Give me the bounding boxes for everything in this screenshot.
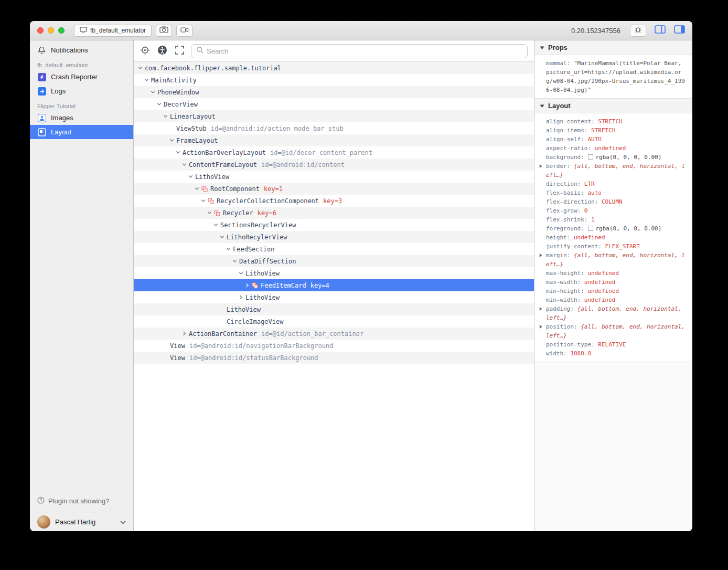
prop-row-position[interactable]: position: {all, bottom, end, horizontal,… [534, 322, 692, 340]
prop-row-min-height[interactable]: min-height: undefined [534, 287, 692, 295]
tree-row[interactable]: LithoView [134, 171, 534, 183]
prop-row-aspect-ratio[interactable]: aspect-ratio: undefined [534, 144, 692, 153]
props-section-header-layout[interactable]: Layout [534, 99, 692, 113]
device-selector-button[interactable]: fb_default_emulator [74, 25, 152, 37]
collapse-arrow-icon[interactable] [169, 138, 176, 143]
sidebar-item-notifications[interactable]: Notifications [30, 43, 133, 57]
tree-row[interactable]: LinearLayout [134, 110, 534, 122]
prop-row-align-self[interactable]: align-self: AUTO [534, 135, 692, 144]
tree-row[interactable]: DataDiffSection [134, 255, 534, 267]
prop-row-padding[interactable]: padding: {all, bottom, end, horizontal, … [534, 304, 692, 322]
sidebar-item-logs[interactable]: Logs [30, 84, 133, 98]
tree-row[interactable]: com.facebook.flipper.sample.tutorial [134, 62, 534, 74]
expand-all-button[interactable] [174, 45, 185, 57]
screen-record-button[interactable] [176, 25, 192, 37]
prop-row-flex-direction[interactable]: flex-direction: COLUMN [534, 197, 692, 206]
tree-row[interactable]: SectionsRecyclerView [134, 219, 534, 231]
props-section-header-props[interactable]: Props [534, 40, 692, 55]
prop-row-background[interactable]: background: rgba(0, 0, 0, 0.00) [534, 153, 692, 162]
tree-row[interactable]: LithoView [134, 303, 534, 315]
expand-arrow-icon[interactable] [539, 164, 542, 168]
collapse-arrow-icon[interactable] [239, 271, 245, 276]
tree-row[interactable]: CircleImageView [134, 315, 534, 328]
prop-row-position-type[interactable]: position-type: RELATIVE [534, 340, 692, 349]
prop-value[interactable]: 0 [584, 207, 588, 214]
collapse-arrow-icon[interactable] [232, 259, 239, 263]
expand-arrow-icon[interactable] [539, 253, 542, 258]
prop-value[interactable]: undefined [574, 234, 605, 241]
prop-value[interactable]: 1080.0 [570, 350, 591, 357]
prop-value[interactable]: auto [587, 189, 602, 196]
sidebar-item-crash-reporter[interactable]: Crash Reporter [30, 70, 133, 84]
prop-row-max-height[interactable]: max-height: undefined [534, 269, 692, 278]
color-checkbox[interactable] [588, 226, 593, 231]
close-button[interactable] [37, 27, 44, 34]
expand-arrow-icon[interactable] [245, 283, 252, 288]
collapse-arrow-icon[interactable] [220, 235, 227, 239]
prop-row-flex-grow[interactable]: flex-grow: 0 [534, 206, 692, 215]
zoom-button[interactable] [58, 27, 65, 34]
collapse-arrow-icon[interactable] [176, 150, 183, 155]
prop-row-width[interactable]: width: 1080.0 [534, 349, 692, 358]
tree-row[interactable]: ViewStubid=@android:id/action_mode_bar_s… [134, 122, 534, 134]
prop-value[interactable]: rgba(0, 0, 0, 0.00) [595, 225, 661, 232]
prop-row-foreground[interactable]: foreground: rgba(0, 0, 0, 0.00) [534, 224, 692, 233]
collapse-arrow-icon[interactable] [213, 223, 220, 227]
minimize-button[interactable] [48, 27, 54, 34]
collapse-arrow-icon[interactable] [188, 174, 195, 179]
collapse-arrow-icon[interactable] [207, 210, 214, 215]
toggle-right-panel-button[interactable] [674, 25, 685, 36]
prop-row-margin[interactable]: margin: {all, bottom, end, horizontal, l… [534, 251, 692, 269]
screenshot-button[interactable] [156, 25, 172, 37]
prop-value[interactable]: LTR [584, 181, 595, 187]
tree-row[interactable]: FeedItemCardkey=4 [134, 279, 534, 291]
report-bug-button[interactable] [630, 25, 646, 37]
prop-value[interactable]: undefined [587, 288, 619, 294]
tree-row[interactable]: PhoneWindow [134, 86, 534, 98]
prop-row-border[interactable]: border: {all, bottom, end, horizontal, l… [534, 162, 692, 180]
tree-row[interactable]: LithoView [134, 267, 534, 279]
tree-row[interactable]: MainActivity [134, 74, 534, 86]
prop-row-justify-content[interactable]: justify-content: FLEX_START [534, 242, 692, 251]
prop-row-flex-basis[interactable]: flex-basis: auto [534, 188, 692, 197]
sidebar-item-layout[interactable]: Layout [30, 125, 133, 139]
prop-value[interactable]: undefined [595, 145, 626, 152]
tree-row[interactable]: Viewid=@android:id/navigationBarBackgrou… [134, 340, 534, 352]
prop-value[interactable]: undefined [587, 270, 619, 277]
tree-row[interactable]: ActionBarContainerid=@id/action_bar_cont… [134, 328, 534, 340]
expand-arrow-icon[interactable] [539, 324, 542, 329]
tree-row[interactable]: Viewid=@android:id/statusBarBackground [134, 352, 534, 364]
search-box[interactable] [191, 44, 528, 58]
tree-row[interactable]: LithoView [134, 291, 534, 303]
tree-row[interactable]: FrameLayout [134, 134, 534, 146]
sidebar-item-images[interactable]: Images [30, 111, 133, 125]
tree-row[interactable]: ActionBarOverlayLayoutid=@id/decor_conte… [134, 146, 534, 159]
prop-row-flex-shrink[interactable]: flex-shrink: 1 [534, 215, 692, 224]
tree-row[interactable]: Recyclerkey=6 [134, 207, 534, 219]
prop-value[interactable]: undefined [584, 297, 616, 303]
prop-value[interactable]: RELATIVE [598, 341, 626, 348]
collapse-arrow-icon[interactable] [144, 78, 151, 82]
collapse-arrow-icon[interactable] [226, 247, 233, 251]
expand-arrow-icon[interactable] [182, 331, 189, 336]
prop-row-min-width[interactable]: min-width: undefined [534, 295, 692, 304]
prop-value[interactable]: STRETCH [598, 118, 622, 125]
color-checkbox[interactable] [588, 154, 593, 160]
collapse-arrow-icon[interactable] [201, 198, 208, 203]
collapse-arrow-icon[interactable] [163, 114, 170, 119]
prop-row-direction[interactable]: direction: LTR [534, 180, 692, 188]
expand-arrow-icon[interactable] [539, 307, 542, 311]
prop-value[interactable]: FLEX_START [605, 243, 640, 250]
tree-row[interactable]: DecorView [134, 98, 534, 110]
prop-value[interactable]: rgba(0, 0, 0, 0.00) [595, 154, 661, 161]
prop-row-align-items[interactable]: align-items: STRETCH [534, 126, 692, 135]
search-input[interactable] [207, 47, 522, 55]
prop-row-mammal[interactable]: mammal: "MarineMammal(title=Polar Bear, … [534, 59, 692, 94]
collapse-arrow-icon[interactable] [157, 102, 164, 107]
accessibility-mode-button[interactable] [156, 45, 168, 57]
collapse-arrow-icon[interactable] [138, 66, 145, 70]
prop-row-max-width[interactable]: max-width: undefined [534, 278, 692, 287]
target-mode-button[interactable] [139, 45, 151, 57]
tree-row[interactable]: RecyclerCollectionComponentkey=3 [134, 195, 534, 207]
prop-value[interactable]: COLUMN [602, 198, 623, 205]
